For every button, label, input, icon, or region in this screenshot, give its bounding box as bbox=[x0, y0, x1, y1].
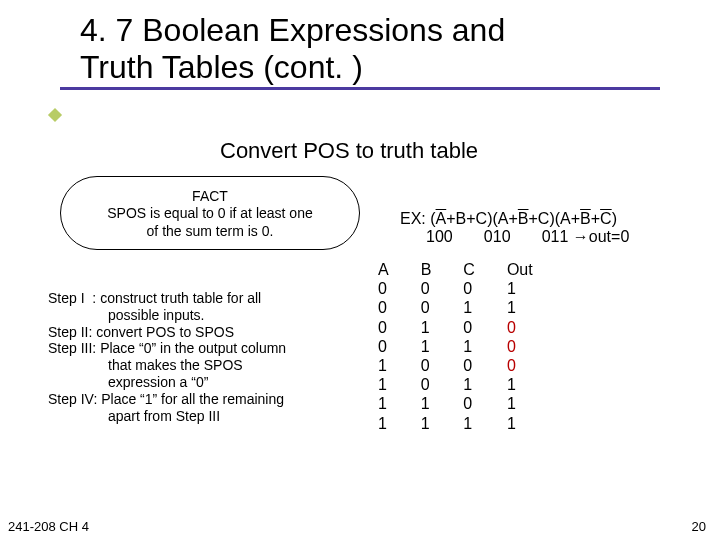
plus-6: + bbox=[591, 210, 600, 227]
close-3: ) bbox=[612, 210, 617, 227]
cell-a: 1 bbox=[378, 375, 421, 394]
cell-c: 1 bbox=[463, 375, 507, 394]
footer-left: 241-208 CH 4 bbox=[8, 519, 89, 534]
cell-c: 0 bbox=[463, 279, 507, 298]
cell-b: 1 bbox=[421, 337, 464, 356]
step-4a: Step IV: Place “1” for all the remaining bbox=[48, 391, 378, 408]
plus-4: + bbox=[529, 210, 538, 227]
cell-out: 0 bbox=[507, 356, 533, 375]
plus-2: + bbox=[466, 210, 475, 227]
table-row: 0100 bbox=[378, 318, 533, 337]
truth-table: A B C Out 000100110100011010001011110111… bbox=[378, 260, 533, 433]
fact-line-3: of the sum term is 0. bbox=[75, 223, 345, 241]
B-1: B bbox=[456, 210, 467, 227]
title-line-1: 4. 7 Boolean Expressions and bbox=[80, 12, 505, 48]
cell-a: 1 bbox=[378, 356, 421, 375]
step-2: Step II: convert POS to SPOS bbox=[48, 324, 378, 341]
plus-3: + bbox=[508, 210, 517, 227]
page-number: 20 bbox=[692, 519, 706, 534]
fact-line-1: FACT bbox=[75, 188, 345, 206]
table-row: 0110 bbox=[378, 337, 533, 356]
C-1: C bbox=[476, 210, 488, 227]
cell-c: 1 bbox=[463, 298, 507, 317]
example-expression: EX: (A+B+C)(A+B+C)(A+B+C) bbox=[400, 210, 710, 228]
col-A: A bbox=[378, 260, 421, 279]
table-row: 1000 bbox=[378, 356, 533, 375]
steps-block: Step I : construct truth table for all p… bbox=[48, 290, 378, 424]
step-3a: Step III: Place “0” in the output column bbox=[48, 340, 378, 357]
table-row: 1101 bbox=[378, 394, 533, 413]
cell-a: 1 bbox=[378, 414, 421, 433]
cell-b: 0 bbox=[421, 356, 464, 375]
cell-c: 1 bbox=[463, 414, 507, 433]
title-line-2: Truth Tables (cont. ) bbox=[80, 49, 363, 85]
cell-out: 1 bbox=[507, 279, 533, 298]
title-underline bbox=[60, 84, 660, 90]
step-3c: expression a “0” bbox=[108, 374, 378, 391]
cell-b: 1 bbox=[421, 414, 464, 433]
col-C: C bbox=[463, 260, 507, 279]
cell-a: 0 bbox=[378, 337, 421, 356]
subtitle: Convert POS to truth table bbox=[220, 138, 478, 164]
cell-b: 0 bbox=[421, 375, 464, 394]
C-2: C bbox=[538, 210, 550, 227]
cell-a: 0 bbox=[378, 318, 421, 337]
cell-out: 1 bbox=[507, 298, 533, 317]
step-3b: that makes the SPOS bbox=[108, 357, 378, 374]
cell-out: 0 bbox=[507, 337, 533, 356]
title-bullet-icon bbox=[48, 108, 62, 122]
ex-prefix: EX: ( bbox=[400, 210, 436, 227]
cell-a: 0 bbox=[378, 279, 421, 298]
cell-b: 0 bbox=[421, 279, 464, 298]
plus-1: + bbox=[446, 210, 455, 227]
code-100: 100 bbox=[426, 228, 453, 245]
code-010: 010 bbox=[484, 228, 511, 245]
cell-out: 0 bbox=[507, 318, 533, 337]
code-011: 011 bbox=[542, 228, 573, 245]
cell-out: 1 bbox=[507, 375, 533, 394]
plus-5: + bbox=[571, 210, 580, 227]
A-bar-1: A bbox=[436, 210, 447, 227]
table-row: 0001 bbox=[378, 279, 533, 298]
cell-c: 0 bbox=[463, 356, 507, 375]
cell-b: 1 bbox=[421, 394, 464, 413]
A-2: A bbox=[498, 210, 509, 227]
cell-a: 0 bbox=[378, 298, 421, 317]
fact-callout: FACT SPOS is equal to 0 if at least one … bbox=[60, 176, 360, 250]
table-row: 1011 bbox=[378, 375, 533, 394]
out-eq-0: →out=0 bbox=[573, 228, 629, 245]
cell-c: 0 bbox=[463, 318, 507, 337]
slide-title: 4. 7 Boolean Expressions and Truth Table… bbox=[80, 12, 640, 86]
cell-b: 1 bbox=[421, 318, 464, 337]
fact-line-2: SPOS is equal to 0 if at least one bbox=[75, 205, 345, 223]
step-4b: apart from Step III bbox=[108, 408, 378, 425]
cell-c: 0 bbox=[463, 394, 507, 413]
slide: 4. 7 Boolean Expressions and Truth Table… bbox=[0, 0, 720, 540]
C-bar-3: C bbox=[600, 210, 612, 227]
step-1a: Step I : construct truth table for all bbox=[48, 290, 378, 307]
truth-header-row: A B C Out bbox=[378, 260, 533, 279]
cell-b: 0 bbox=[421, 298, 464, 317]
example-minterms: 100 010 011 →out=0 bbox=[426, 228, 710, 246]
col-B: B bbox=[421, 260, 464, 279]
cell-out: 1 bbox=[507, 394, 533, 413]
step-1b: possible inputs. bbox=[108, 307, 378, 324]
example-block: EX: (A+B+C)(A+B+C)(A+B+C) 100 010 011 →o… bbox=[400, 210, 710, 246]
B-bar-2: B bbox=[518, 210, 529, 227]
table-row: 0011 bbox=[378, 298, 533, 317]
A-3: A bbox=[560, 210, 571, 227]
cell-c: 1 bbox=[463, 337, 507, 356]
cell-out: 1 bbox=[507, 414, 533, 433]
col-Out: Out bbox=[507, 260, 533, 279]
cell-a: 1 bbox=[378, 394, 421, 413]
B-bar-3: B bbox=[580, 210, 591, 227]
table-row: 1111 bbox=[378, 414, 533, 433]
